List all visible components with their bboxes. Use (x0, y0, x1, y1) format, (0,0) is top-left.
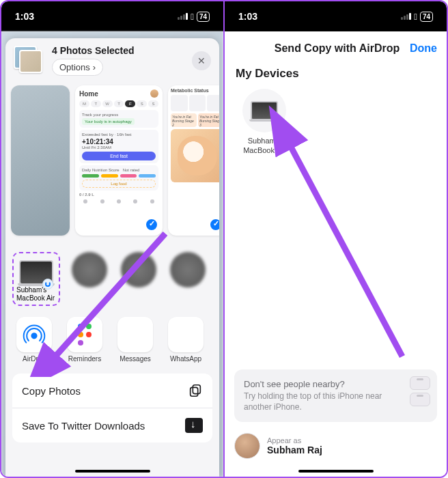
app-reminders[interactable]: Reminders (66, 317, 104, 363)
share-actions-list: Copy Photos Save To Twitter Downloads (12, 374, 212, 442)
action-copy-photos[interactable]: Copy Photos (12, 374, 212, 408)
home-indicator[interactable] (75, 470, 150, 473)
chevron-right-icon: › (93, 62, 96, 72)
share-title: 4 Photos Selected (52, 45, 135, 56)
selected-check-icon (145, 218, 158, 231)
section-my-devices: My Devices (236, 67, 436, 81)
app-whatsapp[interactable]: WhatsApp (167, 317, 205, 363)
close-button[interactable]: ✕ (192, 51, 211, 70)
appear-as-row[interactable]: Appear as Subham Raj (234, 433, 437, 459)
airdrop-contacts-row: Subham's MacBook Air (5, 241, 219, 313)
battery-icon: 74 (420, 12, 433, 22)
reminders-icon (67, 317, 102, 352)
svg-point-0 (31, 333, 36, 338)
airdrop-header: Send Copy with AirDrop Done (225, 31, 447, 61)
photo-thumbnail[interactable]: Metabolic Status You're in Fat Burning S… (168, 85, 219, 236)
home-indicator[interactable] (298, 470, 374, 473)
status-bar: 1:03 􀙇 74 (1, 1, 223, 31)
macbook-icon (251, 101, 278, 120)
cell-signal-icon (401, 13, 411, 20)
options-button[interactable]: Options › (52, 59, 103, 76)
done-button[interactable]: Done (410, 42, 437, 55)
whatsapp-icon (168, 317, 204, 352)
contact-suggestion[interactable] (168, 252, 208, 290)
user-avatar (234, 433, 260, 459)
cell-signal-icon (178, 13, 188, 20)
airdrop-device-target[interactable]: Subham's MacBook Air (12, 252, 60, 306)
airdrop-title: Send Copy with AirDrop (264, 42, 410, 55)
photo-preview-row[interactable]: Home MTWTFSS Track your progress Your bo… (5, 83, 219, 241)
nearby-tip-card[interactable]: Don't see people nearby? Try holding the… (234, 369, 437, 422)
photo-thumbnail[interactable]: Home MTWTFSS Track your progress Your bo… (75, 85, 163, 236)
svg-line-4 (286, 138, 402, 356)
share-sheet: 4 Photos Selected Options › ✕ Home MTWTF… (5, 38, 219, 477)
selected-check-icon (209, 218, 219, 231)
photo-thumbnail[interactable] (11, 85, 70, 236)
status-time: 1:03 (238, 11, 257, 22)
messages-icon (117, 317, 153, 352)
airdrop-badge-icon (42, 279, 53, 290)
app-airdrop[interactable]: AirDrop (15, 317, 53, 363)
share-sheet-screen: 1:03 􀙇 74 4 Photos Selected Options › (1, 1, 223, 477)
avatar-icon (150, 89, 158, 98)
battery-icon: 74 (197, 12, 210, 22)
copy-icon (188, 383, 203, 398)
svg-rect-2 (191, 387, 198, 396)
app-messages[interactable]: Messages (116, 317, 154, 363)
share-apps-row: AirDrop Reminders Messages WhatsApp (5, 313, 219, 369)
airdrop-screen: 1:03 􀙇 74 Send Copy with AirDrop Done My… (223, 1, 447, 477)
wifi-icon: 􀙇 (414, 12, 417, 22)
status-time: 1:03 (15, 11, 34, 22)
download-icon (185, 418, 203, 433)
contact-suggestion[interactable] (119, 252, 158, 290)
contact-suggestion[interactable] (70, 252, 109, 290)
svg-rect-1 (193, 385, 200, 394)
wifi-icon: 􀙇 (191, 12, 194, 22)
selection-thumbnails[interactable] (14, 46, 46, 76)
status-bar: 1:03 􀙇 74 (225, 1, 447, 31)
close-icon: ✕ (197, 55, 206, 66)
iphone-proximity-icon (410, 376, 430, 409)
airdrop-device[interactable]: Subham's MacBook Air (236, 89, 293, 156)
action-save-twitter-downloads[interactable]: Save To Twitter Downloads (12, 408, 212, 442)
airdrop-icon (16, 317, 52, 352)
